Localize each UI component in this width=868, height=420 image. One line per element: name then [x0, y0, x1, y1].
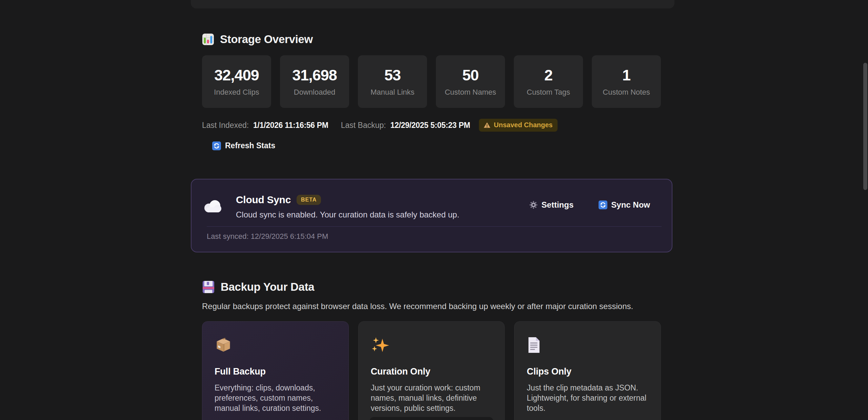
cloud-sync-actions: Settings Sync Now	[529, 200, 650, 210]
storage-overview-header: Storage Overview	[202, 33, 313, 46]
full-backup-title: Full Backup	[215, 366, 336, 377]
stat-value: 2	[544, 66, 552, 84]
backup-title: Backup Your Data	[221, 281, 314, 293]
full-backup-card[interactable]: Full Backup Everything: clips, downloads…	[202, 321, 349, 420]
package-icon	[215, 336, 336, 354]
cloud-settings-button[interactable]: Settings	[529, 200, 574, 210]
stat-value: 53	[384, 66, 401, 84]
stat-label: Indexed Clips	[214, 88, 259, 97]
stat-label: Downloaded	[294, 88, 335, 97]
stat-value: 31,698	[292, 66, 337, 84]
cloud-sync-status: Cloud sync is enabled. Your curation dat…	[236, 210, 459, 219]
cloud-settings-label: Settings	[542, 200, 574, 210]
bar-chart-icon	[202, 33, 214, 45]
cloud-sync-title: Cloud Sync	[236, 194, 291, 206]
stat-card-downloaded: 31,698 Downloaded	[280, 55, 349, 108]
last-indexed-label: Last Indexed:	[202, 121, 249, 130]
unsaved-changes-label: Unsaved Changes	[494, 121, 552, 129]
refresh-stats-label: Refresh Stats	[225, 141, 275, 150]
sync-now-label: Sync Now	[611, 200, 650, 210]
scrollbar-thumb[interactable]	[863, 63, 867, 190]
stat-value: 50	[462, 66, 479, 84]
stat-card-custom-notes: 1 Custom Notes	[592, 55, 661, 108]
backup-intro: Regular backups protect against browser …	[202, 302, 633, 311]
stat-card-indexed-clips: 32,409 Indexed Clips	[202, 55, 271, 108]
stat-card-custom-names: 50 Custom Names	[436, 55, 505, 108]
warning-icon	[483, 121, 491, 129]
gear-icon	[529, 201, 538, 209]
backup-header: Backup Your Data	[202, 280, 314, 294]
backup-cards-row: Full Backup Everything: clips, downloads…	[202, 321, 661, 420]
cloud-sync-header: Cloud Sync BETA	[236, 194, 321, 206]
stat-label: Custom Tags	[527, 88, 570, 97]
cloud-card-divider	[207, 226, 662, 227]
sync-now-button[interactable]: Sync Now	[599, 200, 650, 210]
unsaved-changes-badge: Unsaved Changes	[479, 119, 558, 132]
last-indexed-value: 1/1/2026 11:16:56 PM	[253, 121, 328, 130]
stat-label: Manual Links	[370, 88, 415, 97]
previous-section-panel	[191, 0, 674, 8]
stat-label: Custom Names	[445, 88, 496, 97]
last-synced-text: Last synced: 12/29/2025 6:15:04 PM	[207, 232, 328, 241]
storage-overview-title: Storage Overview	[220, 33, 313, 46]
last-backup-label: Last Backup:	[341, 121, 386, 130]
clips-only-card[interactable]: Clips Only Just the clip metadata as JSO…	[514, 321, 661, 420]
stat-label: Custom Notes	[603, 88, 650, 97]
refresh-icon	[212, 141, 221, 150]
full-backup-description: Everything: clips, downloads, preference…	[215, 383, 336, 413]
storage-meta-row: Last Indexed: 1/1/2026 11:16:56 PM Last …	[202, 119, 558, 132]
curation-export-button[interactable]	[369, 417, 494, 420]
sync-icon	[599, 201, 607, 209]
floppy-disk-icon	[202, 280, 215, 294]
cloud-sync-card: Cloud Sync BETA Cloud sync is enabled. Y…	[191, 179, 672, 252]
storage-stats-row: 32,409 Indexed Clips 31,698 Downloaded 5…	[202, 55, 661, 108]
stat-value: 1	[622, 66, 630, 84]
last-backup-value: 12/29/2025 5:05:23 PM	[390, 121, 470, 130]
curation-only-card[interactable]: Curation Only Just your curation work: c…	[358, 321, 505, 420]
sparkles-icon	[371, 336, 492, 354]
curation-only-description: Just your curation work: custom names, m…	[371, 383, 492, 413]
stat-card-custom-tags: 2 Custom Tags	[514, 55, 583, 108]
refresh-stats-button[interactable]: Refresh Stats	[212, 141, 275, 150]
beta-badge: BETA	[297, 195, 321, 205]
cloud-icon	[203, 198, 224, 214]
stat-card-manual-links: 53 Manual Links	[358, 55, 427, 108]
curation-only-title: Curation Only	[371, 366, 492, 377]
clips-only-description: Just the clip metadata as JSON. Lightwei…	[527, 383, 648, 413]
document-icon	[527, 336, 648, 354]
stat-value: 32,409	[214, 66, 259, 84]
clips-only-title: Clips Only	[527, 366, 648, 377]
